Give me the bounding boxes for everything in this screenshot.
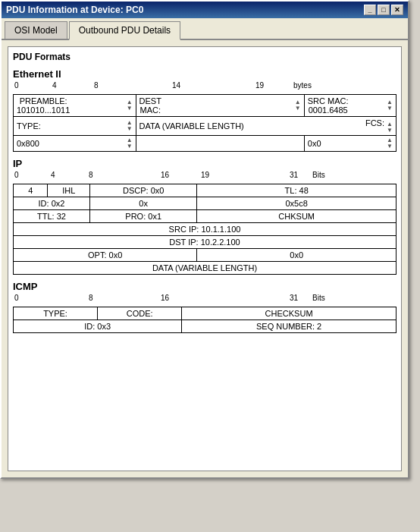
type-value-arrows[interactable]: ▲▼	[127, 137, 133, 150]
ip-frag-cell: 0x5c8	[197, 197, 396, 210]
ip-opt-cell: OPT: 0x0	[14, 249, 197, 262]
ip-ttl-cell: TTL: 32	[14, 210, 90, 223]
title-bar: PDU Information at Device: PC0 _ □ ✕	[2, 2, 408, 18]
icmp-seq-cell: SEQ NUMBER: 2	[182, 320, 396, 333]
ip-flags-cell: 0x	[89, 197, 196, 210]
main-content: PDU Formats Ethernet II 0 4 8 14 19 byte…	[2, 40, 408, 477]
ip-ihl-cell: IHL	[48, 184, 90, 197]
pdu-formats-box: PDU Formats Ethernet II 0 4 8 14 19 byte…	[8, 46, 402, 471]
ethernet-type-label-cell: TYPE: ▲▼	[14, 117, 136, 136]
ethernet-data-cell: DATA (VARIABLE LENGTH) FCS: ▲▼	[136, 117, 396, 136]
ip-id-cell: ID: 0x2	[14, 197, 90, 210]
icmp-id-cell: ID: 0x3	[14, 320, 182, 333]
icmp-ruler: 0 8 16 31 Bits	[13, 294, 396, 306]
ip-table: 4 IHL DSCP: 0x0 TL: 48 ID: 0x2 0x 0x5c8 …	[13, 184, 396, 275]
ip-proto-cell: PRO: 0x1	[89, 210, 196, 223]
src-mac-arrows[interactable]: ▲▼	[387, 99, 393, 112]
close-button[interactable]: ✕	[391, 5, 403, 15]
ethernet-type-value-cell: 0x800 ▲▼	[14, 136, 136, 152]
icmp-section-title: ICMP	[13, 281, 396, 292]
ip-data-cell: DATA (VARIABLE LENGTH)	[14, 262, 396, 275]
pdu-formats-label: PDU Formats	[13, 52, 396, 62]
dest-mac-arrows[interactable]: ▲▼	[295, 99, 301, 112]
preamble-arrows[interactable]: ▲▼	[127, 99, 133, 112]
ethernet-ruler: 0 4 8 14 19 bytes	[13, 81, 396, 93]
minimize-button[interactable]: _	[364, 5, 376, 15]
ethernet-section-title: Ethernet II	[13, 68, 396, 80]
fcs-value-arrows[interactable]: ▲▼	[387, 137, 393, 150]
pdu-window: PDU Information at Device: PC0 _ □ ✕ OSI…	[0, 0, 409, 479]
ethernet-dest-mac-cell: DESTMAC: ▲▼	[136, 95, 304, 117]
ethernet-src-mac-cell: SRC MAC:0001.6485 ▲▼	[304, 95, 396, 117]
tab-osi-model[interactable]: OSI Model	[5, 21, 67, 39]
ethernet-preamble-cell: PREAMBLE:101010...1011 ▲▼	[14, 95, 136, 117]
ip-tl-cell: TL: 48	[197, 184, 396, 197]
window-title: PDU Information at Device: PC0	[6, 5, 143, 15]
tab-outbound-pdu[interactable]: Outbound PDU Details	[69, 21, 180, 40]
ip-opt2-cell: 0x0	[197, 249, 396, 262]
title-bar-buttons: _ □ ✕	[364, 5, 403, 15]
ip-version-cell: 4	[14, 184, 48, 197]
ip-dst-cell: DST IP: 10.2.2.100	[14, 236, 396, 249]
icmp-table: TYPE: CODE: CHECKSUM ID: 0x3 SEQ NUMBER:…	[13, 307, 396, 333]
fcs-arrows[interactable]: ▲▼	[387, 121, 393, 134]
tab-bar: OSI Model Outbound PDU Details	[2, 18, 408, 40]
ethernet-fcs-value-cell: 0x0 ▲▼	[304, 136, 396, 152]
icmp-checksum-cell: CHECKSUM	[182, 307, 396, 320]
ethernet-table: PREAMBLE:101010...1011 ▲▼ DESTMAC: ▲▼ SR…	[13, 94, 396, 152]
icmp-type-cell: TYPE:	[14, 307, 98, 320]
ip-section-title: IP	[13, 158, 396, 169]
ip-chksum-cell: CHKSUM	[197, 210, 396, 223]
ip-ruler: 0 4 8 16 19 31 Bits	[13, 171, 396, 183]
icmp-code-cell: CODE:	[98, 307, 182, 320]
type-arrows[interactable]: ▲▼	[127, 120, 133, 132]
ip-dscp-cell: DSCP: 0x0	[89, 184, 196, 197]
ethernet-empty-cell	[136, 136, 304, 152]
maximize-button[interactable]: □	[378, 5, 390, 15]
ip-src-cell: SRC IP: 10.1.1.100	[14, 223, 396, 236]
